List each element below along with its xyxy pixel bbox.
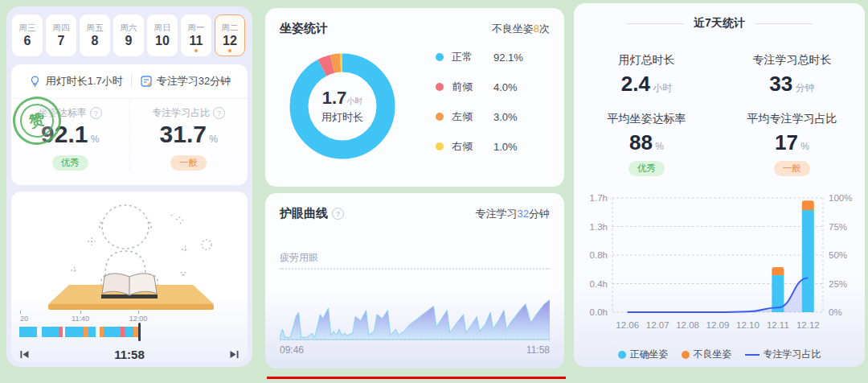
skip-to-start-button[interactable] [19,349,30,360]
bar-bad-12.11 [772,267,784,275]
tick-mark [20,311,21,314]
rating-badge: 一般 [774,161,810,176]
week-day-12[interactable]: 周二12 [215,14,245,56]
posture-stats-title: 坐姿统计 [280,21,328,36]
right-axis-tick: 75% [829,222,847,232]
eye-curve-card: 护眼曲线 ? 专注学习32分钟 疲劳用眼 09:46 11:58 [265,193,564,369]
timeline-segment [42,327,59,337]
weekday-label: 周三 [19,23,36,33]
posture-stats-card: 坐姿统计 不良坐姿8次 1.7小时 用灯时长 正常92.1%前倾4.0%左倾3.… [265,8,564,187]
legend-label: 正确坐姿 [630,348,669,361]
timeline-segment [88,327,96,337]
legend-item-0: 正确坐姿 [618,348,669,361]
stat-value: 88 % [629,130,664,159]
tick-mark [80,311,81,314]
stat-unit: % [653,141,664,152]
donut-center-label: 用灯时长 [321,110,363,125]
right-axis-tick: 25% [829,279,847,289]
weekly-bar-chart: 1.7h100%1.3h75%0.8h50%0.4h25%0.0h0%12.06… [575,190,863,344]
x-axis-label: 12.12 [796,320,820,330]
legend-row-1: 前倾4.0% [436,80,523,94]
date-number: 11 [190,33,203,48]
stat-value: 33 分钟 [769,71,814,101]
help-icon[interactable]: ? [90,107,102,119]
activity-dot [228,49,231,52]
metric-value: 31.7 % [160,120,218,154]
skip-to-end-button[interactable] [229,349,240,360]
posture-legend: 正常92.1%前倾4.0%左倾3.0%右倾1.0% [436,50,523,154]
week-day-9[interactable]: 周六9 [113,14,144,56]
date-number: 6 [24,33,31,48]
legend-dot [436,83,444,91]
week-day-11[interactable]: 周一11 [181,14,211,56]
title-line-right [755,23,813,24]
weekly-summary-stats: 用灯总时长2.4 小时专注学习总时长33 分钟平均坐姿达标率88 %优秀平均专注… [574,42,865,176]
timeline-segment [59,327,63,337]
weekly-stat-2: 平均坐姿达标率88 %优秀 [574,101,719,176]
legend-value: 92.1% [493,51,523,64]
left-axis-tick: 1.3h [590,222,608,232]
weekday-label: 周五 [87,23,104,33]
timeline-segment [65,327,84,337]
legend-value: 1.0% [493,141,518,153]
metric-label-text: 专注学习占比 [152,106,210,120]
rating-badge: 一般 [170,155,207,171]
metric-unit: % [207,134,218,145]
legend-label: 专注学习占比 [764,348,821,361]
weekday-label: 周四 [53,23,70,33]
legend-name: 右倾 [452,139,493,154]
date-number: 12 [223,33,237,48]
week-day-7[interactable]: 周四7 [46,14,76,56]
skip-start-icon [19,349,30,360]
legend-line-symbol [745,354,760,356]
x-axis-label: 12.08 [676,320,699,330]
fatigue-threshold-line [280,268,550,270]
study-lamp-dashboard: 周三6周四7周五8周六9周日10周一11周二12 用灯时长1.7小时 [0,0,868,383]
focus-study-meta: 专注学习32分钟 [476,207,550,221]
legend-name: 正常 [452,50,493,64]
eye-curve-title: 护眼曲线 [280,206,328,221]
x-axis-label: 12.10 [736,320,760,330]
weekly-stat-1: 专注学习总时长33 分钟 [719,42,865,101]
help-icon[interactable]: ? [213,107,225,119]
tick-mark [138,311,139,314]
daily-summary-card: 用灯时长1.7小时 专注学习32分钟 坐姿达标率?92.1 %优秀专注学习占比?… [11,64,248,185]
legend-value: 3.0% [493,111,518,123]
left-axis-tick: 0.4h [590,279,608,289]
stat-label: 平均专注学习占比 [747,112,837,126]
date-number: 10 [155,33,170,48]
left-axis-tick: 0.8h [590,250,608,260]
daily-usage-row: 用灯时长1.7小时 专注学习32分钟 [11,64,248,99]
divider [131,75,132,88]
week-selector: 周三6周四7周五8周六9周日10周一11周二12 [12,14,247,56]
left-axis-tick: 1.7h [590,193,608,203]
study-time-label: 专注学习32分钟 [157,74,231,89]
bad-posture-count: 不良坐姿8次 [492,22,550,36]
right-axis-tick: 50% [829,250,847,260]
legend-row-2: 左倾3.0% [436,109,523,124]
week-day-8[interactable]: 周五8 [80,14,110,56]
stat-unit: % [798,141,809,152]
tick-label: 20 [20,315,28,323]
legend-row-0: 正常92.1% [436,50,523,64]
lamp-time-label: 用灯时长1.7小时 [46,74,123,89]
legend-dot [436,53,444,61]
timeline-segment [104,327,121,337]
help-icon[interactable]: ? [332,208,344,220]
metric-unit: % [88,134,99,145]
rating-badge: 优秀 [628,161,665,176]
week-day-10[interactable]: 周日10 [147,14,178,56]
timeline-cursor[interactable] [138,323,141,341]
legend-dot [436,142,444,150]
stat-value: 2.4 小时 [621,71,673,101]
x-axis-label: 12.11 [767,320,789,330]
lamp-time-item: 用灯时长1.7小时 [28,74,123,89]
date-number: 9 [125,33,133,48]
weekly-stat-3: 平均专注学习占比17 %一般 [719,101,865,176]
donut-center-value: 1.7 [322,88,347,108]
legend-row-3: 右倾1.0% [436,139,523,154]
legend-label: 不良坐姿 [694,348,732,361]
week-day-6[interactable]: 周三6 [12,14,43,56]
legend-dot [682,351,690,359]
x-axis-label: 12.07 [646,320,669,330]
